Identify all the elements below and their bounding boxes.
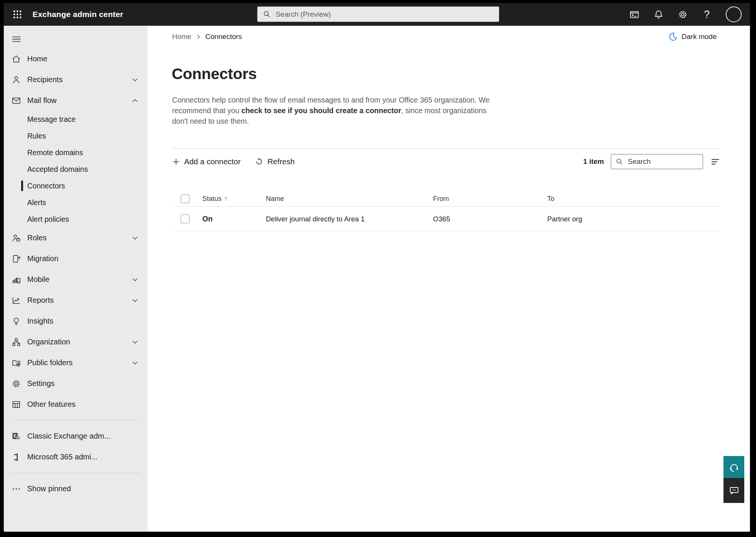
page-description: Connectors help control the flow of emai… — [172, 95, 491, 126]
hamburger-icon — [11, 34, 22, 44]
sidebar-item-organization[interactable]: Organization — [4, 332, 147, 352]
feedback-bubble-icon — [728, 485, 740, 496]
sidebar-item-connectors[interactable]: Connectors — [4, 177, 147, 194]
row-checkbox[interactable] — [181, 215, 189, 223]
sidebar-item-reports[interactable]: Reports — [4, 290, 147, 311]
account-avatar[interactable] — [726, 6, 742, 22]
sidebar-item-label: Classic Exchange adm... — [27, 432, 110, 440]
sidebar-item-label: Alerts — [27, 198, 46, 207]
sidebar-item-label: Connectors — [27, 182, 65, 190]
list-search-box[interactable] — [611, 154, 703, 169]
feedback-button[interactable] — [723, 478, 744, 503]
sidebar-item-remote-domains[interactable]: Remote domains — [4, 144, 147, 161]
bell-icon — [654, 9, 664, 20]
collapse-nav-button[interactable] — [11, 34, 23, 44]
sidebar-item-mail-flow[interactable]: Mail flow — [4, 90, 147, 111]
column-label: Status — [202, 195, 222, 203]
chevron-down-icon — [131, 76, 139, 84]
dark-mode-label: Dark mode — [681, 33, 717, 41]
sidebar-item-microsoft-365-admin[interactable]: Microsoft 365 admi... — [4, 447, 147, 467]
headset-icon — [728, 461, 740, 473]
svg-text:E: E — [14, 433, 17, 439]
sidebar-item-accepted-domains[interactable]: Accepted domains — [4, 161, 147, 177]
support-button[interactable] — [723, 456, 744, 478]
global-search-input[interactable] — [275, 10, 494, 19]
description-bold-text: check to see if you should create a conn… — [241, 106, 401, 115]
global-search-box[interactable] — [257, 6, 499, 22]
column-header-status[interactable]: Status ↑ — [202, 195, 266, 203]
cloud-shell-button[interactable] — [629, 9, 640, 20]
sidebar-item-label: Public folders — [27, 358, 73, 367]
main-content: Home Connectors Dark mode Connectors Con… — [147, 26, 750, 532]
chart-phone-icon — [11, 275, 21, 285]
document-arrow-icon — [11, 254, 21, 264]
notifications-button[interactable] — [653, 9, 664, 20]
chevron-down-icon — [131, 296, 139, 305]
sidebar-item-label: Settings — [27, 379, 54, 388]
add-connector-button[interactable]: Add a connector — [172, 157, 241, 166]
column-header-name[interactable]: Name — [266, 195, 433, 203]
list-search-input[interactable] — [627, 157, 699, 166]
sidebar-item-rules[interactable]: Rules — [4, 128, 147, 144]
filter-icon — [710, 157, 720, 167]
sidebar-item-message-trace[interactable]: Message trace — [4, 111, 147, 128]
sidebar-item-label: Rules — [27, 132, 46, 140]
sidebar-item-public-folders[interactable]: Public folders — [4, 352, 147, 373]
sidebar-item-other-features[interactable]: Other features — [4, 394, 147, 415]
sidebar-item-alert-policies[interactable]: Alert policies — [4, 211, 147, 227]
sidebar-item-alerts[interactable]: Alerts — [4, 194, 147, 211]
connectors-table: Status ↑ Name From To On Deliver journal… — [172, 191, 720, 232]
sidebar-item-home[interactable]: Home — [4, 48, 147, 69]
sidebar-item-label: Alert policies — [27, 215, 69, 224]
breadcrumb-home-link[interactable]: Home — [172, 33, 191, 41]
sidebar-divider — [11, 420, 140, 420]
folder-globe-icon — [11, 358, 21, 368]
sidebar-item-label: Organization — [27, 338, 70, 346]
sidebar-item-label: Roles — [27, 233, 47, 242]
chevron-down-icon — [131, 276, 139, 284]
sidebar-item-label: Home — [27, 54, 47, 63]
list-toolbar: Add a connector Refresh 1 item — [172, 153, 720, 170]
select-all-checkbox[interactable] — [181, 195, 189, 203]
app-launcher-icon — [12, 9, 22, 19]
sidebar-item-mobile[interactable]: Mobile — [4, 269, 147, 290]
refresh-button[interactable]: Refresh — [255, 157, 295, 166]
mail-icon — [11, 96, 21, 106]
sidebar-item-classic-exchange-admin[interactable]: E Classic Exchange adm... — [4, 426, 147, 447]
sidebar-item-label: Remote domains — [27, 148, 83, 157]
filter-button[interactable] — [710, 156, 720, 167]
item-count: 1 item — [583, 157, 604, 166]
dark-mode-toggle[interactable]: Dark mode — [668, 32, 717, 41]
row-from: O365 — [433, 215, 547, 223]
row-name-link[interactable]: Deliver journal directly to Area 1 — [266, 215, 433, 223]
app-launcher-button[interactable] — [9, 6, 26, 23]
ellipsis-icon — [11, 484, 21, 494]
help-icon: ? — [704, 9, 709, 20]
sidebar-item-migration[interactable]: Migration — [4, 248, 147, 269]
sidebar-item-recipients[interactable]: Recipients — [4, 69, 147, 90]
sidebar-item-show-pinned[interactable]: Show pinned — [4, 478, 147, 499]
table-grid-icon — [11, 400, 21, 409]
person-icon — [11, 75, 21, 85]
table-header-row: Status ↑ Name From To — [172, 191, 720, 207]
column-header-to[interactable]: To — [547, 195, 720, 203]
search-icon — [615, 157, 624, 166]
floating-buttons — [723, 456, 744, 503]
sidebar-item-label: Show pinned — [27, 484, 71, 493]
help-button[interactable]: ? — [702, 9, 712, 20]
column-header-from[interactable]: From — [433, 195, 547, 203]
table-row[interactable]: On Deliver journal directly to Area 1 O3… — [172, 207, 720, 232]
sidebar-item-roles[interactable]: Roles — [4, 227, 147, 248]
sidebar-item-settings[interactable]: Settings — [4, 373, 147, 394]
chevron-up-icon — [131, 97, 139, 105]
sidebar-item-label: Mail flow — [27, 96, 57, 105]
sidebar-divider — [11, 473, 140, 473]
sidebar-item-insights[interactable]: Insights — [4, 311, 147, 332]
refresh-icon — [255, 157, 263, 166]
chevron-down-icon — [131, 338, 139, 346]
home-icon — [11, 54, 21, 64]
sidebar-item-label: Mobile — [27, 275, 50, 284]
sort-ascending-icon: ↑ — [224, 195, 228, 202]
exchange-admin-window: Exchange admin center — [4, 3, 750, 532]
settings-button[interactable] — [677, 9, 688, 20]
